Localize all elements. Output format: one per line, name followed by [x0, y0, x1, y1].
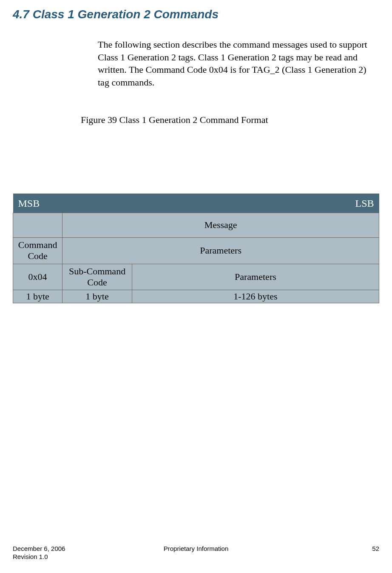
- sub-command-code-cell: Sub-Command Code: [62, 264, 132, 290]
- section-number: 4.7: [13, 8, 29, 21]
- command-format-table: MSB LSB Message Command Code Parameters …: [13, 194, 379, 304]
- footer-center: Proprietary Information: [13, 545, 379, 552]
- section-title-text: Class 1 Generation 2 Commands: [33, 8, 219, 21]
- table-row: 1 byte 1 byte 1-126 bytes: [13, 290, 379, 303]
- header-lsb: LSB: [355, 198, 374, 209]
- page-footer: December 6, 2006 Proprietary Information…: [13, 545, 379, 560]
- table-row: 0x04 Sub-Command Code Parameters: [13, 264, 379, 290]
- table-row: Message: [13, 213, 379, 237]
- command-code-cell: Command Code: [13, 237, 62, 264]
- parameters2-cell: Parameters: [132, 264, 379, 290]
- table-row: Command Code Parameters: [13, 237, 379, 264]
- size-col1-cell: 1 byte: [13, 290, 62, 303]
- size-col3-cell: 1-126 bytes: [132, 290, 379, 303]
- size-col2-cell: 1 byte: [62, 290, 132, 303]
- footer-revision: Revision 1.0: [13, 553, 379, 560]
- message-cell: Message: [62, 213, 379, 237]
- value-0x04-cell: 0x04: [13, 264, 62, 290]
- intro-paragraph: The following section describes the comm…: [98, 38, 371, 89]
- parameters-cell: Parameters: [62, 237, 379, 264]
- header-msb: MSB: [18, 198, 40, 209]
- empty-cell: [13, 213, 62, 237]
- section-heading: 4.7 Class 1 Generation 2 Commands: [13, 8, 379, 21]
- table-header-row: MSB LSB: [13, 194, 379, 213]
- figure-caption: Figure 39 Class 1 Generation 2 Command F…: [81, 114, 379, 125]
